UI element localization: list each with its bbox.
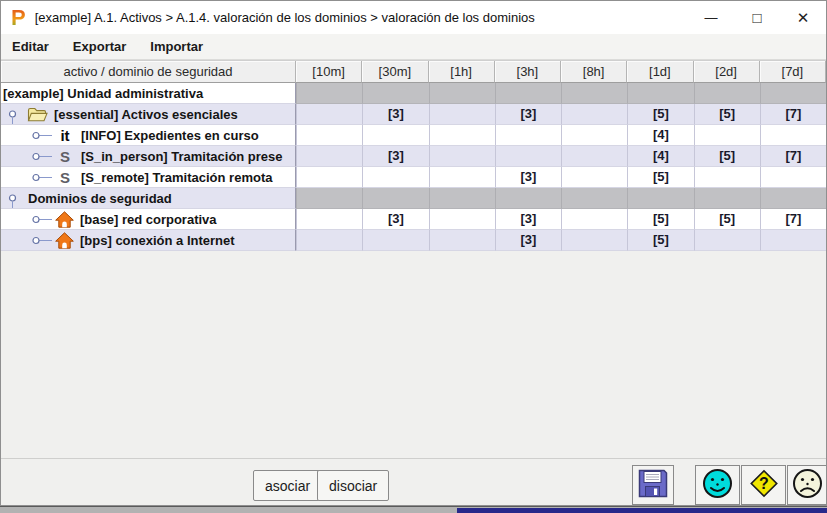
column-header[interactable]: [3h]: [495, 61, 561, 83]
table-row: [bps] conexión a Internet[3][5]: [1, 230, 826, 251]
column-header[interactable]: [10m]: [296, 61, 362, 83]
valuation-cell[interactable]: [429, 146, 495, 167]
valuation-cell[interactable]: [3]: [495, 104, 561, 125]
valuation-cell[interactable]: [5]: [694, 146, 760, 167]
valuation-cell[interactable]: [7]: [760, 209, 826, 230]
valuation-cell[interactable]: [296, 146, 362, 167]
valuation-cell[interactable]: [694, 188, 760, 209]
menu-item-exportar[interactable]: Exportar: [73, 39, 126, 54]
save-button[interactable]: [632, 465, 674, 505]
minimize-icon[interactable]: —: [688, 1, 734, 34]
valuation-cell[interactable]: [5]: [627, 104, 693, 125]
valuation-cell[interactable]: [627, 188, 693, 209]
valuation-cell[interactable]: [7]: [760, 104, 826, 125]
valuation-cell[interactable]: [296, 104, 362, 125]
taskbar-strip-highlight: [457, 508, 827, 513]
tree-node[interactable]: [example] Unidad administrativa: [1, 83, 296, 104]
valuation-cell[interactable]: [362, 230, 428, 251]
valuation-cell[interactable]: [760, 167, 826, 188]
it-icon: it: [55, 128, 75, 143]
close-icon[interactable]: ✕: [780, 1, 826, 34]
column-header[interactable]: [1h]: [429, 61, 495, 83]
happy-face-button[interactable]: [695, 465, 740, 505]
valuation-cell[interactable]: [561, 146, 627, 167]
valuation-cell[interactable]: [561, 230, 627, 251]
column-header[interactable]: [30m]: [362, 61, 428, 83]
valuation-cell[interactable]: [5]: [627, 230, 693, 251]
valuation-cell[interactable]: [296, 230, 362, 251]
happy-face-icon: [701, 467, 734, 504]
valuation-cell[interactable]: [296, 188, 362, 209]
help-button[interactable]: ?: [741, 465, 786, 505]
valuation-cell[interactable]: [694, 167, 760, 188]
valuation-cell[interactable]: [495, 146, 561, 167]
valuation-cell[interactable]: [296, 209, 362, 230]
valuation-cell[interactable]: [429, 83, 495, 104]
asociar-button[interactable]: asociar: [253, 470, 322, 501]
valuation-cell[interactable]: [3]: [495, 230, 561, 251]
valuation-cell[interactable]: [5]: [694, 104, 760, 125]
footer-toolbar: asociar disociar: [1, 458, 826, 505]
menu-item-importar[interactable]: Importar: [150, 39, 203, 54]
valuation-cell[interactable]: [694, 125, 760, 146]
valuation-cell[interactable]: [694, 230, 760, 251]
table-row: [example] Unidad administrativa: [1, 83, 826, 104]
valuation-cell[interactable]: [429, 209, 495, 230]
valuation-cell[interactable]: [362, 167, 428, 188]
valuation-cell[interactable]: [3]: [495, 167, 561, 188]
valuation-cell[interactable]: [5]: [694, 209, 760, 230]
disociar-button[interactable]: disociar: [317, 470, 389, 501]
valuation-cell[interactable]: [5]: [627, 209, 693, 230]
valuation-cell[interactable]: [3]: [362, 104, 428, 125]
sad-face-icon: [791, 467, 824, 504]
valuation-cell[interactable]: [362, 125, 428, 146]
valuation-cell[interactable]: [429, 125, 495, 146]
valuation-cell[interactable]: [7]: [760, 146, 826, 167]
tree-node[interactable]: S[S_in_person] Tramitación prese: [1, 146, 296, 167]
valuation-cell[interactable]: [561, 125, 627, 146]
tree-node[interactable]: it[INFO] Expedientes en curso: [1, 125, 296, 146]
valuation-cell[interactable]: [760, 188, 826, 209]
valuation-cell[interactable]: [495, 83, 561, 104]
valuation-cell[interactable]: [362, 188, 428, 209]
column-header-activo-dominio[interactable]: activo / dominio de seguridad: [1, 61, 296, 83]
tree-node[interactable]: Dominios de seguridad: [1, 188, 296, 209]
valuation-cell[interactable]: [760, 83, 826, 104]
valuation-cell[interactable]: [429, 230, 495, 251]
column-header[interactable]: [8h]: [561, 61, 627, 83]
valuation-cell[interactable]: [495, 188, 561, 209]
valuation-cell[interactable]: [760, 230, 826, 251]
valuation-cell[interactable]: [4]: [627, 146, 693, 167]
valuation-cell[interactable]: [561, 209, 627, 230]
valuation-cell[interactable]: [3]: [362, 209, 428, 230]
menu-item-editar[interactable]: Editar: [12, 39, 49, 54]
sad-face-button[interactable]: [787, 465, 827, 505]
valuation-cell[interactable]: [561, 83, 627, 104]
valuation-cell[interactable]: [3]: [362, 146, 428, 167]
valuation-cell[interactable]: [495, 125, 561, 146]
tree-node[interactable]: [bps] conexión a Internet: [1, 230, 296, 251]
valuation-cell[interactable]: [429, 104, 495, 125]
tree-node[interactable]: S[S_remote] Tramitación remota: [1, 167, 296, 188]
column-header[interactable]: [2d]: [694, 61, 760, 83]
valuation-cell[interactable]: [561, 104, 627, 125]
valuation-cell[interactable]: [561, 167, 627, 188]
valuation-cell[interactable]: [296, 167, 362, 188]
valuation-cell[interactable]: [760, 125, 826, 146]
valuation-cell[interactable]: [5]: [627, 167, 693, 188]
column-header[interactable]: [7d]: [760, 61, 826, 83]
column-header[interactable]: [1d]: [627, 61, 693, 83]
tree-node[interactable]: [base] red corporativa: [1, 209, 296, 230]
valuation-cell[interactable]: [429, 167, 495, 188]
valuation-cell[interactable]: [627, 83, 693, 104]
valuation-cell[interactable]: [694, 83, 760, 104]
valuation-cell[interactable]: [3]: [495, 209, 561, 230]
valuation-cell[interactable]: [4]: [627, 125, 693, 146]
maximize-icon[interactable]: □: [734, 1, 780, 34]
valuation-cell[interactable]: [429, 188, 495, 209]
valuation-cell[interactable]: [296, 83, 362, 104]
valuation-cell[interactable]: [561, 188, 627, 209]
valuation-cell[interactable]: [296, 125, 362, 146]
tree-node[interactable]: [essential] Activos esenciales: [1, 104, 296, 125]
valuation-cell[interactable]: [362, 83, 428, 104]
